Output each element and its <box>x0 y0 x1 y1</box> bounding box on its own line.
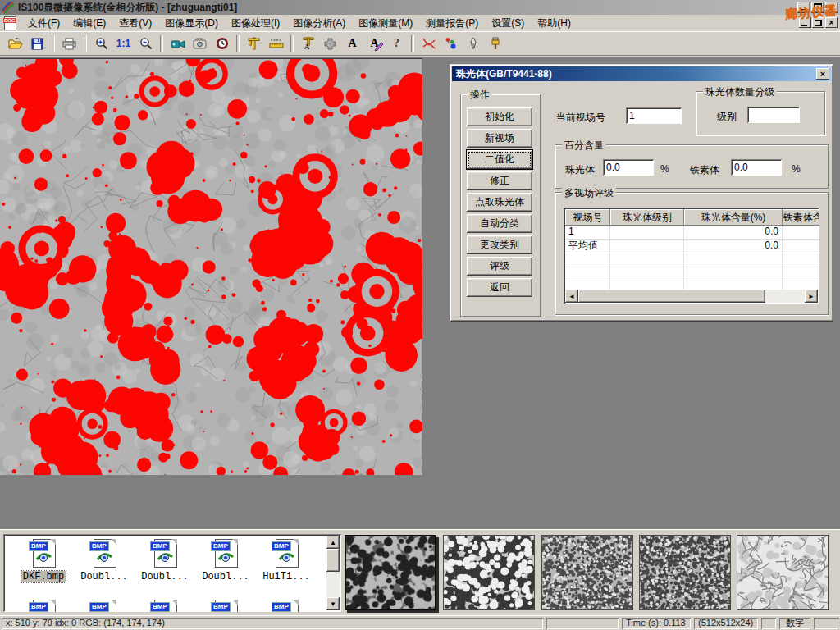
menu-file[interactable]: 文件(F) <box>21 15 66 32</box>
help-button[interactable]: ? <box>386 34 408 53</box>
file-item[interactable]: BMP <box>135 600 195 612</box>
grid-cross-button[interactable] <box>319 34 341 53</box>
file-item[interactable]: BMP <box>74 600 135 612</box>
timer-button[interactable] <box>211 34 233 53</box>
current-field-input[interactable] <box>626 107 682 124</box>
bmp-file-icon: BMP <box>150 539 180 568</box>
camera-icon <box>193 38 207 49</box>
minimize-icon <box>801 25 807 26</box>
multi-field-group: 多视场评级 视场号 珠光体级别 珠光体含量(%) 铁素体含量(%) 1 0.0 … <box>555 192 829 315</box>
menu-edit[interactable]: 编辑(E) <box>66 15 112 32</box>
col-pearlite-content[interactable]: 珠光体含量(%) <box>684 209 783 226</box>
vscroll-thumb[interactable] <box>326 549 340 572</box>
correct-button[interactable]: 修正 <box>467 171 532 190</box>
menu-view[interactable]: 查看(V) <box>112 15 158 32</box>
file-item[interactable]: BMP DKF.bmp <box>13 539 74 582</box>
file-item[interactable]: BMP Doubl... <box>195 539 256 582</box>
return-button[interactable]: 返回 <box>467 278 532 297</box>
hscroll-track[interactable] <box>765 290 805 303</box>
table-row[interactable]: 平均值 0.0 <box>565 240 819 253</box>
open-file-button[interactable] <box>4 34 26 53</box>
app-icon <box>2 1 15 14</box>
bmp-file-icon: BMP <box>29 539 58 568</box>
print-button[interactable] <box>58 34 80 53</box>
sample-thumbnail-2[interactable] <box>443 535 535 610</box>
scroll-up-icon: ▲ <box>330 539 336 546</box>
menu-image-display[interactable]: 图像显示(D) <box>158 15 225 32</box>
file-name[interactable]: Doubl... <box>79 571 130 582</box>
scroll-right-button[interactable]: ► <box>805 290 818 303</box>
video-capture-button[interactable] <box>167 34 189 53</box>
phase-dots-button[interactable] <box>440 34 462 53</box>
camera-capture-button[interactable] <box>189 34 211 53</box>
cell-ferrite <box>783 226 819 239</box>
hscroll-thumb[interactable] <box>578 290 765 303</box>
new-field-button[interactable]: 新视场 <box>467 129 532 148</box>
file-name[interactable]: Doubl... <box>200 571 251 582</box>
scroll-left-button[interactable]: ◄ <box>565 290 578 303</box>
menu-image-measure[interactable]: 图像测量(M) <box>352 15 419 32</box>
scroll-down-button[interactable]: ▼ <box>326 597 340 610</box>
brush-button[interactable] <box>484 34 506 53</box>
cell-level <box>610 240 684 253</box>
pencil-icon <box>374 42 384 52</box>
table-row[interactable]: 1 0.0 <box>565 226 819 240</box>
caliper-button[interactable] <box>243 34 265 53</box>
file-item[interactable]: BMP Doubl... <box>135 539 195 582</box>
col-ferrite-content[interactable]: 铁素体含量(%) <box>783 209 819 226</box>
metallograph-image[interactable] <box>0 58 422 475</box>
save-button[interactable] <box>26 34 48 53</box>
zoom-out-button[interactable] <box>135 34 157 53</box>
pointer-pen-button[interactable] <box>462 34 484 53</box>
menu-report[interactable]: 测量报告(P) <box>419 15 485 32</box>
sample-thumbnail-4[interactable] <box>639 535 731 610</box>
menu-image-process[interactable]: 图像处理(I) <box>225 15 286 32</box>
pick-pearlite-button[interactable]: 点取珠光体 <box>467 193 532 212</box>
file-name[interactable]: HuiTi... <box>261 571 312 582</box>
file-item[interactable]: BMP <box>195 600 256 612</box>
toolbar-separator <box>236 35 240 52</box>
dialog-close-button[interactable]: × <box>816 68 829 80</box>
grade-button[interactable]: 评级 <box>467 257 532 276</box>
count-grading-title: 珠光体数量分级 <box>703 85 777 99</box>
file-item[interactable]: BMP HuiTi... <box>256 539 317 582</box>
open-folder-icon <box>8 38 23 50</box>
curve-measure-button[interactable] <box>418 34 440 53</box>
status-time: Time (s): 0.113 <box>622 618 691 629</box>
cell-field: 平均值 <box>565 240 610 253</box>
ferrite-percent-input[interactable] <box>731 159 782 176</box>
auto-classify-button[interactable]: 自动分类 <box>467 214 532 233</box>
dialog-titlebar[interactable]: 珠光体(GB/T9441-88) <box>452 66 831 81</box>
text-annotation-button[interactable]: A <box>341 34 363 53</box>
file-item[interactable]: BMP Doubl... <box>74 539 135 582</box>
sample-thumbnail-1[interactable] <box>345 535 436 610</box>
init-button[interactable]: 初始化 <box>467 107 532 126</box>
menu-help[interactable]: 帮助(H) <box>531 15 578 32</box>
zoom-in-button[interactable] <box>90 34 112 53</box>
change-class-button[interactable]: 更改类别 <box>467 235 532 254</box>
caliper-icon <box>248 37 260 50</box>
file-name[interactable]: DKF.bmp <box>21 571 66 582</box>
zoom-out-icon <box>139 37 153 50</box>
bmp-file-icon: BMP <box>89 539 119 568</box>
level-input[interactable] <box>747 107 800 123</box>
menu-bar: DOC 文件(F) 编辑(E) 查看(V) 图像显示(D) 图像处理(I) 图像… <box>0 15 840 32</box>
measure-label-button[interactable]: A <box>297 34 319 53</box>
menu-image-analysis[interactable]: 图像分析(A) <box>286 15 352 32</box>
sample-thumbnail-3[interactable] <box>541 535 633 610</box>
col-field-number[interactable]: 视场号 <box>565 209 610 226</box>
scroll-up-button[interactable]: ▲ <box>326 536 340 549</box>
ruler-button[interactable] <box>265 34 287 53</box>
menu-settings[interactable]: 设置(S) <box>485 15 531 32</box>
text-edit-button[interactable]: A <box>363 34 386 53</box>
binarize-button[interactable]: 二值化 <box>466 149 533 170</box>
actual-size-button[interactable]: 1:1 <box>112 34 135 53</box>
percentage-group: 百分含量 珠光体 % 铁素体 % <box>555 144 829 189</box>
brush-icon <box>491 37 500 50</box>
sample-thumbnail-5[interactable] <box>737 535 829 610</box>
pearlite-percent-input[interactable] <box>603 159 654 176</box>
file-item[interactable]: BMP <box>13 600 74 612</box>
col-pearlite-level[interactable]: 珠光体级别 <box>610 209 684 226</box>
file-name[interactable]: Doubl... <box>139 571 190 582</box>
file-item[interactable]: BMP <box>256 600 317 612</box>
